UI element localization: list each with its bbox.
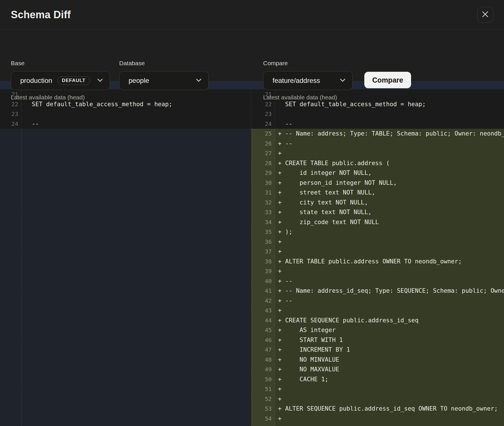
diff-left-filler bbox=[0, 296, 251, 306]
diff-right-added-line: 51+ bbox=[251, 384, 504, 394]
line-number: 55 bbox=[251, 423, 275, 426]
code-line bbox=[22, 139, 251, 149]
code-line bbox=[22, 374, 251, 384]
diff-right-added-line: 48+ NO MINVALUE bbox=[251, 355, 504, 365]
line-number: 24 bbox=[251, 119, 275, 129]
code-line bbox=[275, 109, 504, 119]
diff-row: 36+ bbox=[0, 237, 504, 247]
diff-left-filler bbox=[0, 414, 251, 424]
line-number bbox=[0, 316, 22, 325]
code-line: + CREATE TABLE public.address ( bbox=[275, 158, 504, 168]
line-number: 31 bbox=[251, 188, 275, 198]
diff-left-filler bbox=[0, 364, 251, 374]
chevron-down-icon bbox=[340, 78, 346, 83]
line-number: 53 bbox=[251, 404, 275, 414]
compare-branch-select[interactable]: feature/address bbox=[263, 71, 353, 90]
code-line: -- bbox=[275, 119, 504, 129]
diff-right-added-line: 36+ bbox=[251, 237, 504, 247]
code-line: + CREATE SEQUENCE public.address_id_seq bbox=[275, 316, 504, 325]
schema-diff-dialog: Schema Diff Base Database Compare produc… bbox=[0, 0, 504, 426]
code-line bbox=[22, 207, 251, 217]
diff-left-filler bbox=[0, 198, 251, 208]
diff-row: 39+ bbox=[0, 266, 504, 276]
line-number bbox=[0, 247, 22, 257]
line-number bbox=[0, 414, 22, 424]
diff-row: 33+ state text NOT NULL, bbox=[0, 207, 504, 217]
diff-left-filler bbox=[0, 129, 251, 139]
line-number bbox=[0, 257, 22, 267]
line-number bbox=[0, 129, 22, 139]
code-line bbox=[22, 345, 251, 355]
code-line: + bbox=[275, 266, 504, 276]
code-line: + ALTER TABLE public.address OWNER TO ne… bbox=[275, 257, 504, 267]
code-line: + -- bbox=[275, 139, 504, 149]
diff-left-filler bbox=[0, 237, 251, 247]
code-line: + -- Name: address_id_seq; Type: SEQUENC… bbox=[275, 286, 504, 296]
dialog-header: Schema Diff bbox=[0, 0, 504, 30]
code-line: + state text NOT NULL, bbox=[275, 207, 504, 217]
diff-row: 37+ bbox=[0, 247, 504, 257]
diff-left-line: 23 bbox=[0, 109, 251, 119]
diff-row: 47+ INCREMENT BY 1 bbox=[0, 345, 504, 355]
line-number: 45 bbox=[251, 325, 275, 335]
code-line: + ); bbox=[275, 227, 504, 237]
line-number bbox=[0, 227, 22, 237]
line-number: 35 bbox=[251, 227, 275, 237]
close-button[interactable] bbox=[477, 7, 493, 23]
code-line bbox=[22, 188, 251, 198]
database-label: Database bbox=[119, 60, 145, 67]
diff-left-filler bbox=[0, 325, 251, 335]
diff-right-added-line: 54+ bbox=[251, 414, 504, 424]
code-line: + bbox=[275, 306, 504, 316]
diff-right-added-line: 44+ CREATE SEQUENCE public.address_id_se… bbox=[251, 316, 504, 325]
line-number bbox=[0, 325, 22, 335]
diff-left-filler bbox=[0, 139, 251, 149]
line-number bbox=[0, 207, 22, 217]
code-line: + city text NOT NULL, bbox=[275, 198, 504, 208]
line-number: 26 bbox=[251, 139, 275, 149]
compare-hint: Latest available data (head) bbox=[263, 94, 337, 101]
diff-row: 46+ START WITH 1 bbox=[0, 335, 504, 345]
base-label: Base bbox=[11, 60, 25, 67]
line-number bbox=[0, 188, 22, 198]
line-number: 54 bbox=[251, 414, 275, 424]
line-number bbox=[0, 404, 22, 414]
line-number: 43 bbox=[251, 306, 275, 316]
base-branch-select[interactable]: production DEFAULT bbox=[11, 71, 110, 90]
line-number: 24 bbox=[0, 119, 22, 129]
code-line: + zip_code text NOT NULL bbox=[275, 217, 504, 227]
code-line: + NO MINVALUE bbox=[275, 355, 504, 365]
diff-row: 27+ bbox=[0, 148, 504, 158]
diff-right-added-line: 38+ ALTER TABLE public.address OWNER TO … bbox=[251, 257, 504, 267]
line-number: 32 bbox=[251, 198, 275, 208]
line-number: 29 bbox=[251, 168, 275, 178]
code-line bbox=[22, 325, 251, 335]
database-select[interactable]: people bbox=[119, 71, 209, 90]
diff-left-filler bbox=[0, 355, 251, 365]
line-number bbox=[0, 335, 22, 345]
diff-right-added-line: 55+ bbox=[251, 423, 504, 426]
diff-row: 28+ CREATE TABLE public.address ( bbox=[0, 158, 504, 168]
code-line bbox=[22, 227, 251, 237]
code-line bbox=[22, 168, 251, 178]
diff-right-added-line: 25+ -- Name: address; Type: TABLE; Schem… bbox=[251, 129, 504, 139]
line-number bbox=[0, 345, 22, 355]
line-number bbox=[0, 158, 22, 168]
default-badge: DEFAULT bbox=[57, 76, 90, 85]
code-line bbox=[22, 364, 251, 374]
line-number bbox=[0, 394, 22, 404]
line-number bbox=[0, 374, 22, 384]
code-line: + START WITH 1 bbox=[275, 335, 504, 345]
line-number: 42 bbox=[251, 296, 275, 306]
line-number bbox=[0, 384, 22, 394]
code-line bbox=[22, 306, 251, 316]
diff-right-added-line: 31+ street text NOT NULL, bbox=[251, 188, 504, 198]
code-line bbox=[22, 276, 251, 286]
diff-right-line: 23 bbox=[251, 109, 504, 119]
diff-right-added-line: 47+ INCREMENT BY 1 bbox=[251, 345, 504, 355]
code-line bbox=[22, 335, 251, 345]
compare-button[interactable]: Compare bbox=[364, 72, 411, 88]
diff-right-added-line: 29+ id integer NOT NULL, bbox=[251, 168, 504, 178]
diff-row: 25+ -- Name: address; Type: TABLE; Schem… bbox=[0, 129, 504, 139]
line-number: 33 bbox=[251, 207, 275, 217]
